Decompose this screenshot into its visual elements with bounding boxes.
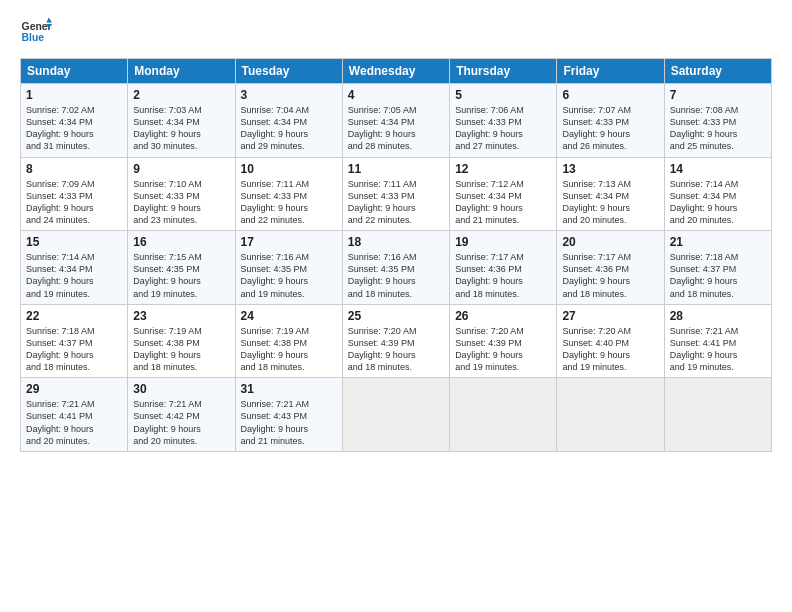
calendar-cell: 11Sunrise: 7:11 AM Sunset: 4:33 PM Dayli… — [342, 157, 449, 231]
calendar-cell: 17Sunrise: 7:16 AM Sunset: 4:35 PM Dayli… — [235, 231, 342, 305]
page: General Blue SundayMondayTuesdayWednesda… — [0, 0, 792, 462]
calendar-cell: 13Sunrise: 7:13 AM Sunset: 4:34 PM Dayli… — [557, 157, 664, 231]
day-number: 1 — [26, 88, 122, 102]
day-number: 20 — [562, 235, 658, 249]
day-number: 17 — [241, 235, 337, 249]
day-number: 12 — [455, 162, 551, 176]
calendar-cell: 9Sunrise: 7:10 AM Sunset: 4:33 PM Daylig… — [128, 157, 235, 231]
day-info: Sunrise: 7:11 AM Sunset: 4:33 PM Dayligh… — [348, 178, 444, 227]
day-info: Sunrise: 7:02 AM Sunset: 4:34 PM Dayligh… — [26, 104, 122, 153]
calendar-header-row: SundayMondayTuesdayWednesdayThursdayFrid… — [21, 59, 772, 84]
day-number: 18 — [348, 235, 444, 249]
day-info: Sunrise: 7:13 AM Sunset: 4:34 PM Dayligh… — [562, 178, 658, 227]
calendar-cell: 20Sunrise: 7:17 AM Sunset: 4:36 PM Dayli… — [557, 231, 664, 305]
calendar-header-cell: Saturday — [664, 59, 771, 84]
calendar-cell: 7Sunrise: 7:08 AM Sunset: 4:33 PM Daylig… — [664, 84, 771, 158]
calendar-header-cell: Sunday — [21, 59, 128, 84]
day-number: 9 — [133, 162, 229, 176]
calendar-cell: 18Sunrise: 7:16 AM Sunset: 4:35 PM Dayli… — [342, 231, 449, 305]
day-number: 31 — [241, 382, 337, 396]
calendar-cell: 16Sunrise: 7:15 AM Sunset: 4:35 PM Dayli… — [128, 231, 235, 305]
day-info: Sunrise: 7:11 AM Sunset: 4:33 PM Dayligh… — [241, 178, 337, 227]
calendar-cell: 21Sunrise: 7:18 AM Sunset: 4:37 PM Dayli… — [664, 231, 771, 305]
calendar-week-row: 22Sunrise: 7:18 AM Sunset: 4:37 PM Dayli… — [21, 304, 772, 378]
logo: General Blue — [20, 16, 52, 48]
day-info: Sunrise: 7:20 AM Sunset: 4:40 PM Dayligh… — [562, 325, 658, 374]
day-info: Sunrise: 7:15 AM Sunset: 4:35 PM Dayligh… — [133, 251, 229, 300]
calendar-cell: 19Sunrise: 7:17 AM Sunset: 4:36 PM Dayli… — [450, 231, 557, 305]
day-info: Sunrise: 7:09 AM Sunset: 4:33 PM Dayligh… — [26, 178, 122, 227]
calendar-cell: 31Sunrise: 7:21 AM Sunset: 4:43 PM Dayli… — [235, 378, 342, 452]
day-number: 24 — [241, 309, 337, 323]
calendar-header-cell: Friday — [557, 59, 664, 84]
day-info: Sunrise: 7:04 AM Sunset: 4:34 PM Dayligh… — [241, 104, 337, 153]
day-number: 21 — [670, 235, 766, 249]
calendar-header-cell: Monday — [128, 59, 235, 84]
day-number: 15 — [26, 235, 122, 249]
day-info: Sunrise: 7:03 AM Sunset: 4:34 PM Dayligh… — [133, 104, 229, 153]
day-info: Sunrise: 7:19 AM Sunset: 4:38 PM Dayligh… — [133, 325, 229, 374]
day-info: Sunrise: 7:06 AM Sunset: 4:33 PM Dayligh… — [455, 104, 551, 153]
day-number: 28 — [670, 309, 766, 323]
day-number: 13 — [562, 162, 658, 176]
day-info: Sunrise: 7:14 AM Sunset: 4:34 PM Dayligh… — [670, 178, 766, 227]
day-info: Sunrise: 7:16 AM Sunset: 4:35 PM Dayligh… — [241, 251, 337, 300]
day-number: 14 — [670, 162, 766, 176]
day-info: Sunrise: 7:18 AM Sunset: 4:37 PM Dayligh… — [26, 325, 122, 374]
day-number: 22 — [26, 309, 122, 323]
day-info: Sunrise: 7:21 AM Sunset: 4:43 PM Dayligh… — [241, 398, 337, 447]
calendar-cell: 26Sunrise: 7:20 AM Sunset: 4:39 PM Dayli… — [450, 304, 557, 378]
day-number: 27 — [562, 309, 658, 323]
calendar-cell: 30Sunrise: 7:21 AM Sunset: 4:42 PM Dayli… — [128, 378, 235, 452]
svg-marker-2 — [46, 18, 52, 23]
calendar-cell — [664, 378, 771, 452]
day-info: Sunrise: 7:20 AM Sunset: 4:39 PM Dayligh… — [455, 325, 551, 374]
day-number: 29 — [26, 382, 122, 396]
calendar-cell — [557, 378, 664, 452]
calendar-cell: 14Sunrise: 7:14 AM Sunset: 4:34 PM Dayli… — [664, 157, 771, 231]
day-info: Sunrise: 7:21 AM Sunset: 4:42 PM Dayligh… — [133, 398, 229, 447]
day-number: 4 — [348, 88, 444, 102]
day-info: Sunrise: 7:17 AM Sunset: 4:36 PM Dayligh… — [562, 251, 658, 300]
day-number: 5 — [455, 88, 551, 102]
header: General Blue — [20, 16, 772, 48]
logo-icon: General Blue — [20, 16, 52, 48]
calendar-cell: 27Sunrise: 7:20 AM Sunset: 4:40 PM Dayli… — [557, 304, 664, 378]
day-number: 16 — [133, 235, 229, 249]
calendar-week-row: 8Sunrise: 7:09 AM Sunset: 4:33 PM Daylig… — [21, 157, 772, 231]
day-info: Sunrise: 7:17 AM Sunset: 4:36 PM Dayligh… — [455, 251, 551, 300]
day-number: 26 — [455, 309, 551, 323]
calendar-cell: 2Sunrise: 7:03 AM Sunset: 4:34 PM Daylig… — [128, 84, 235, 158]
calendar-table: SundayMondayTuesdayWednesdayThursdayFrid… — [20, 58, 772, 452]
calendar-header-cell: Thursday — [450, 59, 557, 84]
calendar-cell: 22Sunrise: 7:18 AM Sunset: 4:37 PM Dayli… — [21, 304, 128, 378]
day-info: Sunrise: 7:08 AM Sunset: 4:33 PM Dayligh… — [670, 104, 766, 153]
day-info: Sunrise: 7:12 AM Sunset: 4:34 PM Dayligh… — [455, 178, 551, 227]
calendar-cell: 12Sunrise: 7:12 AM Sunset: 4:34 PM Dayli… — [450, 157, 557, 231]
day-number: 11 — [348, 162, 444, 176]
calendar-cell: 15Sunrise: 7:14 AM Sunset: 4:34 PM Dayli… — [21, 231, 128, 305]
day-info: Sunrise: 7:07 AM Sunset: 4:33 PM Dayligh… — [562, 104, 658, 153]
day-info: Sunrise: 7:18 AM Sunset: 4:37 PM Dayligh… — [670, 251, 766, 300]
svg-text:Blue: Blue — [22, 32, 45, 43]
day-number: 25 — [348, 309, 444, 323]
day-number: 7 — [670, 88, 766, 102]
calendar-cell: 5Sunrise: 7:06 AM Sunset: 4:33 PM Daylig… — [450, 84, 557, 158]
day-number: 8 — [26, 162, 122, 176]
day-number: 6 — [562, 88, 658, 102]
day-number: 3 — [241, 88, 337, 102]
day-number: 23 — [133, 309, 229, 323]
calendar-week-row: 1Sunrise: 7:02 AM Sunset: 4:34 PM Daylig… — [21, 84, 772, 158]
day-info: Sunrise: 7:10 AM Sunset: 4:33 PM Dayligh… — [133, 178, 229, 227]
calendar-cell — [342, 378, 449, 452]
calendar-cell: 29Sunrise: 7:21 AM Sunset: 4:41 PM Dayli… — [21, 378, 128, 452]
calendar-cell: 25Sunrise: 7:20 AM Sunset: 4:39 PM Dayli… — [342, 304, 449, 378]
day-info: Sunrise: 7:05 AM Sunset: 4:34 PM Dayligh… — [348, 104, 444, 153]
calendar-week-row: 15Sunrise: 7:14 AM Sunset: 4:34 PM Dayli… — [21, 231, 772, 305]
calendar-cell: 23Sunrise: 7:19 AM Sunset: 4:38 PM Dayli… — [128, 304, 235, 378]
calendar-cell: 1Sunrise: 7:02 AM Sunset: 4:34 PM Daylig… — [21, 84, 128, 158]
calendar-cell: 8Sunrise: 7:09 AM Sunset: 4:33 PM Daylig… — [21, 157, 128, 231]
calendar-cell: 28Sunrise: 7:21 AM Sunset: 4:41 PM Dayli… — [664, 304, 771, 378]
calendar-header-cell: Tuesday — [235, 59, 342, 84]
day-number: 10 — [241, 162, 337, 176]
